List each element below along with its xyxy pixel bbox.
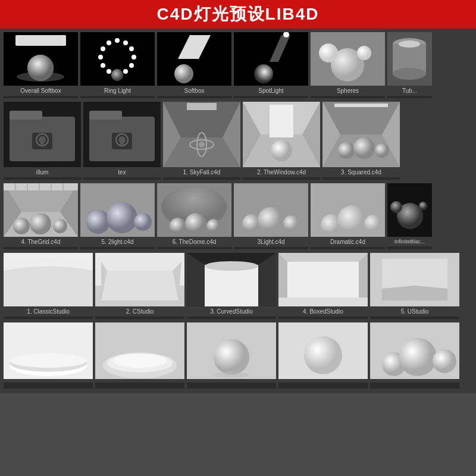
- svg-point-14: [101, 46, 105, 51]
- cell-r5-5[interactable]: [370, 322, 459, 389]
- svg-point-24: [319, 43, 338, 62]
- cell-thedome[interactable]: 6. TheDome.c4d: [157, 183, 231, 249]
- cell-dramatic[interactable]: Dramatic.c4d: [311, 183, 385, 249]
- svg-rect-37: [89, 111, 122, 120]
- page-header: C4D灯光预设LIB4D: [0, 0, 476, 29]
- svg-point-8: [129, 63, 134, 68]
- svg-rect-60: [334, 104, 388, 107]
- cell-thegrid[interactable]: 4. TheGrid.c4d: [4, 183, 78, 249]
- svg-point-75: [30, 213, 51, 234]
- cell-r5-2[interactable]: [95, 322, 184, 389]
- svg-point-11: [107, 69, 111, 74]
- cell-spheres[interactable]: Spheres: [311, 32, 385, 98]
- svg-rect-46: [187, 103, 217, 110]
- cell-curvedstudio[interactable]: 3. CurvedStudio: [187, 253, 276, 319]
- row-2: illum tex: [2, 101, 474, 181]
- label-tex: tex: [83, 167, 161, 177]
- cell-ustudio[interactable]: 5. UStudio: [370, 253, 459, 319]
- cell-skyfall[interactable]: 1. SkyFall.c4d: [163, 102, 240, 180]
- svg-point-63: [375, 143, 389, 158]
- svg-point-62: [353, 137, 375, 159]
- cell-boxedstudio[interactable]: 4. BoxedStudio: [278, 253, 368, 319]
- svg-point-79: [107, 202, 137, 233]
- svg-point-127: [214, 339, 249, 375]
- svg-rect-54: [270, 105, 293, 137]
- svg-point-17: [111, 69, 123, 81]
- cell-softbox[interactable]: Softbox: [157, 32, 231, 98]
- label-squared: 3. Squared.c4d: [322, 167, 400, 177]
- label-skyfall: 1. SkyFall.c4d: [163, 167, 240, 177]
- cell-squared[interactable]: 3. Squared.c4d: [322, 102, 400, 180]
- label-tub: Tub...: [387, 86, 432, 96]
- cell-r5-4[interactable]: [278, 322, 368, 389]
- svg-point-25: [357, 46, 371, 60]
- label-illum: illum: [4, 167, 81, 177]
- label-2light: 5. 2light.c4d: [80, 237, 155, 247]
- label-thewindow: 2. TheWindow.c4d: [243, 167, 320, 177]
- svg-point-9: [123, 69, 128, 74]
- label-thedome: 6. TheDome.c4d: [157, 237, 231, 247]
- svg-point-133: [399, 338, 437, 376]
- cell-spotlight[interactable]: SpotLight: [234, 32, 308, 98]
- svg-point-97: [419, 202, 427, 210]
- svg-point-22: [254, 64, 273, 83]
- label-3light: 3Light.c4d: [234, 237, 308, 247]
- row-5: [2, 321, 474, 390]
- cell-cstudio[interactable]: 2. CStudio: [95, 253, 184, 319]
- svg-point-12: [101, 63, 105, 68]
- label-r5-3: [187, 379, 276, 383]
- cell-r5-3[interactable]: [187, 322, 276, 389]
- svg-point-49: [199, 142, 205, 148]
- cell-infiniteblack[interactable]: InfiniteBlac...: [387, 183, 432, 249]
- label-classicstudio: 1. ClassicStudio: [4, 306, 93, 317]
- svg-point-96: [390, 201, 402, 213]
- label-dramatic: Dramatic.c4d: [311, 237, 385, 247]
- svg-point-121: [10, 353, 87, 368]
- svg-point-85: [206, 219, 221, 233]
- svg-point-92: [337, 205, 367, 235]
- svg-marker-20: [270, 35, 290, 62]
- svg-point-5: [123, 40, 128, 45]
- svg-rect-111: [287, 262, 359, 298]
- label-r5-5: [370, 379, 459, 383]
- cell-r5-1[interactable]: [4, 322, 93, 389]
- cell-tex[interactable]: tex: [83, 102, 161, 180]
- svg-point-28: [393, 68, 426, 80]
- svg-point-128: [214, 372, 249, 378]
- cell-ring-light[interactable]: Ring Light: [80, 32, 155, 98]
- svg-rect-108: [205, 265, 258, 306]
- svg-point-78: [86, 210, 110, 234]
- cell-3light[interactable]: 3Light.c4d: [234, 183, 308, 249]
- svg-point-55: [271, 140, 292, 161]
- label-infiniteblack: InfiniteBlac...: [387, 237, 432, 246]
- row-4: 1. ClassicStudio 2. CStudio: [2, 252, 474, 320]
- svg-point-13: [98, 55, 103, 60]
- svg-point-83: [170, 218, 186, 234]
- svg-point-61: [338, 142, 355, 159]
- svg-rect-40: [120, 140, 124, 145]
- svg-point-7: [131, 55, 136, 60]
- row-3: 4. TheGrid.c4d 5: [2, 182, 474, 250]
- cell-tub[interactable]: Tub...: [387, 32, 432, 98]
- label-softbox: Softbox: [157, 86, 231, 96]
- svg-point-6: [129, 46, 134, 51]
- svg-rect-31: [10, 111, 42, 120]
- row-1: Overall Softbox: [2, 31, 474, 99]
- svg-point-29: [399, 40, 420, 48]
- cell-2light[interactable]: 5. 2light.c4d: [80, 183, 155, 249]
- label-thegrid: 4. TheGrid.c4d: [4, 237, 78, 247]
- label-r5-4: [278, 379, 368, 383]
- svg-point-125: [113, 353, 167, 368]
- label-spheres: Spheres: [311, 86, 385, 96]
- cell-illum[interactable]: illum: [4, 102, 81, 180]
- label-r5-2: [95, 379, 184, 383]
- cell-thewindow[interactable]: 2. TheWindow.c4d: [243, 102, 320, 180]
- cell-classicstudio[interactable]: 1. ClassicStudio: [4, 253, 93, 319]
- label-curvedstudio: 3. CurvedStudio: [187, 306, 276, 317]
- cell-overall-softbox[interactable]: Overall Softbox: [4, 32, 78, 98]
- label-overall-softbox: Overall Softbox: [4, 86, 78, 96]
- svg-point-4: [115, 38, 120, 43]
- svg-point-93: [364, 215, 382, 233]
- svg-point-88: [258, 207, 284, 233]
- svg-point-84: [185, 213, 206, 234]
